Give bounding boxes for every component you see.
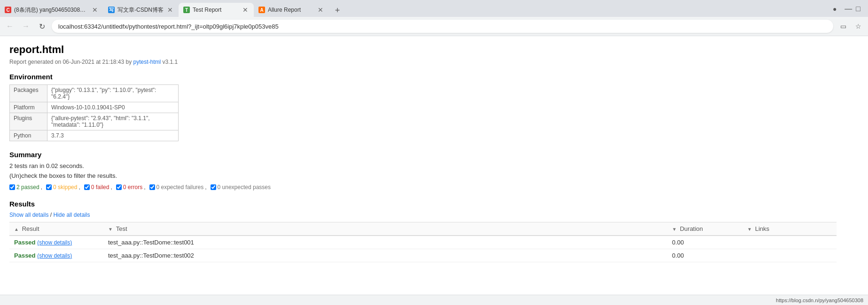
user-icon[interactable]: ●	[829, 3, 841, 15]
result-status: Passed	[14, 252, 36, 259]
tab-close-tab1[interactable]: ✕	[91, 6, 99, 14]
refresh-button[interactable]: ↻	[36, 20, 48, 32]
meta-date: 06-Jun-2021	[63, 59, 94, 65]
tab-bar: C(8条消息) yang504650308的博...✕写写文章-CSDN博客✕T…	[0, 0, 868, 17]
tab-close-tab3[interactable]: ✕	[242, 6, 249, 14]
environment-title: Environment	[9, 73, 837, 81]
tab-favicon-tab2: 写	[108, 7, 115, 13]
tab-tab4[interactable]: AAllure Report✕	[254, 3, 329, 17]
url-input[interactable]	[52, 20, 833, 33]
run-text: 2 tests ran in 0.02 seconds.	[9, 162, 837, 169]
col-header-col-duration[interactable]: ▼ Duration	[667, 222, 743, 236]
page-title: report.html	[9, 44, 837, 56]
meta-version: v3.1.1	[161, 59, 178, 65]
show-details-link[interactable]: (show details)	[37, 239, 72, 246]
filter-checkbox-f_xpass[interactable]	[211, 184, 216, 190]
hide-all-link[interactable]: Hide all details	[53, 212, 90, 218]
filter-separator: ,	[78, 184, 80, 191]
meta-at: at	[94, 59, 102, 65]
result-cell: Passed (show details)	[9, 249, 103, 262]
meta-prefix: Report generated on	[9, 59, 63, 65]
filter-label-f_passed: 2 passed	[16, 184, 39, 191]
test-name-cell: test_aaa.py::TestDome::test002	[103, 249, 667, 262]
filter-label-f_xfail: 0 expected failures	[156, 184, 204, 191]
env-key: Plugins	[10, 113, 47, 130]
env-row: PlatformWindows-10-10.0.19041-SP0	[10, 102, 179, 113]
filter-checkbox-f_failed[interactable]	[84, 184, 90, 190]
env-value: 3.7.3	[47, 130, 179, 141]
filter-checkbox-f_errors[interactable]	[116, 184, 122, 190]
env-key: Packages	[10, 85, 47, 102]
show-details-link[interactable]: (show details)	[37, 252, 72, 259]
filter-checkbox-f_skipped[interactable]	[46, 184, 52, 190]
col-header-col-links[interactable]: ▼ Links	[743, 222, 837, 236]
maximize-button[interactable]: □	[856, 5, 860, 13]
env-row: Python3.7.3	[10, 130, 179, 141]
new-tab-button[interactable]: +	[331, 4, 344, 17]
meta-by: by	[124, 59, 133, 65]
show-hide-links: Show all details / Hide all details	[9, 212, 837, 218]
page-content: report.html Report generated on 06-Jun-2…	[0, 36, 846, 270]
env-value: {"pluggy": "0.13.1", "py": "1.10.0", "py…	[47, 85, 179, 102]
back-button[interactable]: ←	[4, 20, 16, 32]
env-value: Windows-10-10.0.19041-SP0	[47, 102, 179, 113]
filter-row: 2 passed,0 skipped,0 failed,0 errors,0 e…	[9, 184, 837, 191]
col-label-col-result: Result	[22, 225, 39, 232]
summary-title: Summary	[9, 151, 837, 159]
filter-separator: ,	[205, 184, 206, 191]
tab-favicon-tab1: C	[5, 7, 11, 13]
filter-item-f_skipped: 0 skipped,	[46, 184, 80, 191]
environment-table: Packages{"pluggy": "0.13.1", "py": "1.10…	[9, 84, 179, 141]
filter-separator: ,	[41, 184, 42, 191]
table-row: Passed (show details)test_aaa.py::TestDo…	[9, 249, 837, 262]
filter-label-f_skipped: 0 skipped	[53, 184, 77, 191]
filter-checkbox-f_xfail[interactable]	[149, 184, 155, 190]
tab-label-tab3: Test Report	[193, 7, 239, 13]
cast-icon[interactable]: ▭	[837, 20, 849, 32]
col-label-col-duration: Duration	[680, 225, 703, 232]
tab-label-tab2: 写文章-CSDN博客	[117, 6, 164, 14]
minimize-button[interactable]: —	[845, 5, 852, 13]
tab-label-tab4: Allure Report	[268, 7, 314, 13]
env-key: Platform	[10, 102, 47, 113]
duration-cell: 0.00	[667, 249, 743, 262]
env-value: {"allure-pytest": "2.9.43", "html": "3.1…	[47, 113, 179, 130]
filter-item-f_errors: 0 errors,	[116, 184, 146, 191]
filter-item-f_passed: 2 passed,	[9, 184, 42, 191]
filter-item-f_xpass: 0 unexpected passes	[211, 184, 271, 191]
browser-chrome: C(8条消息) yang504650308的博...✕写写文章-CSDN博客✕T…	[0, 0, 868, 36]
separator: /	[48, 212, 53, 218]
show-all-link[interactable]: Show all details	[9, 212, 48, 218]
results-table: ▲ Result▼ Test▼ Duration▼ LinksPassed (s…	[9, 222, 837, 262]
tab-favicon-tab3: T	[183, 7, 190, 13]
forward-button[interactable]: →	[20, 20, 32, 32]
tab-close-tab2[interactable]: ✕	[166, 6, 174, 14]
filter-label-f_failed: 0 failed	[91, 184, 109, 191]
filter-separator: ,	[110, 184, 112, 191]
results-title: Results	[9, 200, 837, 208]
col-label-col-test: Test	[116, 225, 127, 232]
toolbar-icons: ▭ ☆	[837, 20, 864, 32]
filter-hint: (Un)check the boxes to filter the result…	[9, 172, 837, 179]
sort-arrow-col-links: ▼	[747, 227, 753, 232]
result-cell: Passed (show details)	[9, 236, 103, 249]
report-meta: Report generated on 06-Jun-2021 at 21:18…	[9, 59, 837, 65]
col-header-col-result[interactable]: ▲ Result	[9, 222, 103, 236]
pytest-html-link[interactable]: pytest-html	[133, 59, 161, 65]
sort-arrow-col-duration: ▼	[672, 227, 678, 232]
tab-tab1[interactable]: C(8条消息) yang504650308的博...✕	[0, 3, 103, 17]
tab-tab2[interactable]: 写写文章-CSDN博客✕	[103, 3, 179, 17]
filter-checkbox-f_passed[interactable]	[9, 184, 15, 190]
env-key: Python	[10, 130, 47, 141]
env-row: Packages{"pluggy": "0.13.1", "py": "1.10…	[10, 85, 179, 102]
tab-close-tab4[interactable]: ✕	[317, 6, 324, 14]
sort-arrow-col-result: ▲	[14, 227, 20, 232]
col-label-col-links: Links	[755, 225, 769, 232]
sort-arrow-col-test: ▼	[108, 227, 114, 232]
col-header-col-test[interactable]: ▼ Test	[103, 222, 667, 236]
filter-item-f_xfail: 0 expected failures,	[149, 184, 207, 191]
tab-tab3[interactable]: TTest Report✕	[179, 3, 254, 17]
bookmark-icon[interactable]: ☆	[852, 20, 864, 32]
filter-item-f_failed: 0 failed,	[84, 184, 112, 191]
address-bar: ← → ↻ ▭ ☆	[0, 17, 868, 36]
